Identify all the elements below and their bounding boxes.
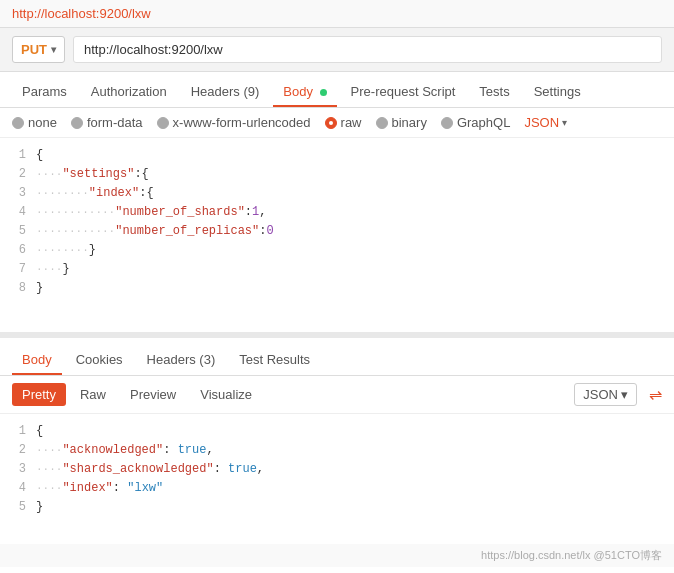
- radio-none: [12, 117, 24, 129]
- body-active-dot: [320, 89, 327, 96]
- request-tabs: Params Authorization Headers (9) Body Pr…: [0, 72, 674, 108]
- json-type-dropdown[interactable]: JSON ▾: [524, 115, 567, 130]
- code-line-1: {: [36, 146, 670, 165]
- line-numbers: 1 2 3 4 5 6 7 8: [0, 138, 32, 332]
- response-json-label: JSON: [583, 387, 618, 402]
- body-type-raw-label: raw: [341, 115, 362, 130]
- code-line-3: ········"index":{: [36, 184, 670, 203]
- method-chevron-icon: ▾: [51, 44, 56, 55]
- window-title: http://localhost:9200/lxw: [12, 6, 151, 21]
- response-json-dropdown[interactable]: JSON ▾: [574, 383, 637, 406]
- body-type-none[interactable]: none: [12, 115, 57, 130]
- code-line-6: ········}: [36, 241, 670, 260]
- fmt-raw[interactable]: Raw: [70, 383, 116, 406]
- response-tabs: Body Cookies Headers (3) Test Results: [0, 338, 674, 376]
- tab-tests[interactable]: Tests: [469, 78, 519, 107]
- request-editor[interactable]: 1 2 3 4 5 6 7 8 { ····"settings":{ ·····…: [0, 138, 674, 338]
- response-line-numbers: 1 2 3 4 5: [0, 414, 32, 544]
- tab-auth[interactable]: Authorization: [81, 78, 177, 107]
- radio-binary: [376, 117, 388, 129]
- body-type-none-label: none: [28, 115, 57, 130]
- resp-line-4: ····"index": "lxw": [36, 479, 670, 498]
- url-bar: PUT ▾: [0, 28, 674, 72]
- fmt-pretty[interactable]: Pretty: [12, 383, 66, 406]
- tab-prerequest[interactable]: Pre-request Script: [341, 78, 466, 107]
- resp-tab-cookies[interactable]: Cookies: [66, 346, 133, 375]
- response-format-row: Pretty Raw Preview Visualize JSON ▾ ⇌: [0, 376, 674, 414]
- response-editor: 1 2 3 4 5 { ····"acknowledged": true, ··…: [0, 414, 674, 544]
- body-type-form-data[interactable]: form-data: [71, 115, 143, 130]
- fmt-preview[interactable]: Preview: [120, 383, 186, 406]
- json-chevron-icon: ▾: [562, 117, 567, 128]
- radio-urlencoded: [157, 117, 169, 129]
- code-line-4: ············"number_of_shards":1,: [36, 203, 670, 222]
- method-dropdown[interactable]: PUT ▾: [12, 36, 65, 63]
- body-type-graphql-label: GraphQL: [457, 115, 510, 130]
- tab-params[interactable]: Params: [12, 78, 77, 107]
- title-bar: http://localhost:9200/lxw: [0, 0, 674, 28]
- body-type-form-data-label: form-data: [87, 115, 143, 130]
- code-line-2: ····"settings":{: [36, 165, 670, 184]
- resp-tab-headers[interactable]: Headers (3): [137, 346, 226, 375]
- code-line-7: ····}: [36, 260, 670, 279]
- request-code[interactable]: { ····"settings":{ ········"index":{ ···…: [32, 138, 674, 332]
- body-type-graphql[interactable]: GraphQL: [441, 115, 510, 130]
- tab-settings[interactable]: Settings: [524, 78, 591, 107]
- url-input[interactable]: [73, 36, 662, 63]
- json-type-label: JSON: [524, 115, 559, 130]
- body-type-binary-label: binary: [392, 115, 427, 130]
- code-line-8: }: [36, 279, 670, 298]
- wrap-icon[interactable]: ⇌: [649, 385, 662, 404]
- body-type-urlencoded[interactable]: x-www-form-urlencoded: [157, 115, 311, 130]
- radio-graphql: [441, 117, 453, 129]
- radio-form-data: [71, 117, 83, 129]
- tab-body[interactable]: Body: [273, 78, 336, 107]
- response-code: { ····"acknowledged": true, ····"shards_…: [32, 414, 674, 544]
- resp-line-1: {: [36, 422, 670, 441]
- body-type-raw[interactable]: raw: [325, 115, 362, 130]
- method-label: PUT: [21, 42, 47, 57]
- body-type-binary[interactable]: binary: [376, 115, 427, 130]
- resp-line-3: ····"shards_acknowledged": true,: [36, 460, 670, 479]
- fmt-visualize[interactable]: Visualize: [190, 383, 262, 406]
- resp-line-5: }: [36, 498, 670, 517]
- tab-headers[interactable]: Headers (9): [181, 78, 270, 107]
- watermark: https://blog.csdn.net/lx @51CTO博客: [0, 544, 674, 567]
- resp-tab-body[interactable]: Body: [12, 346, 62, 375]
- resp-tab-testresults[interactable]: Test Results: [229, 346, 320, 375]
- body-type-urlencoded-label: x-www-form-urlencoded: [173, 115, 311, 130]
- resp-line-2: ····"acknowledged": true,: [36, 441, 670, 460]
- code-line-5: ············"number_of_replicas":0: [36, 222, 670, 241]
- radio-raw: [325, 117, 337, 129]
- body-type-row: none form-data x-www-form-urlencoded raw…: [0, 108, 674, 138]
- response-json-chevron-icon: ▾: [621, 387, 628, 402]
